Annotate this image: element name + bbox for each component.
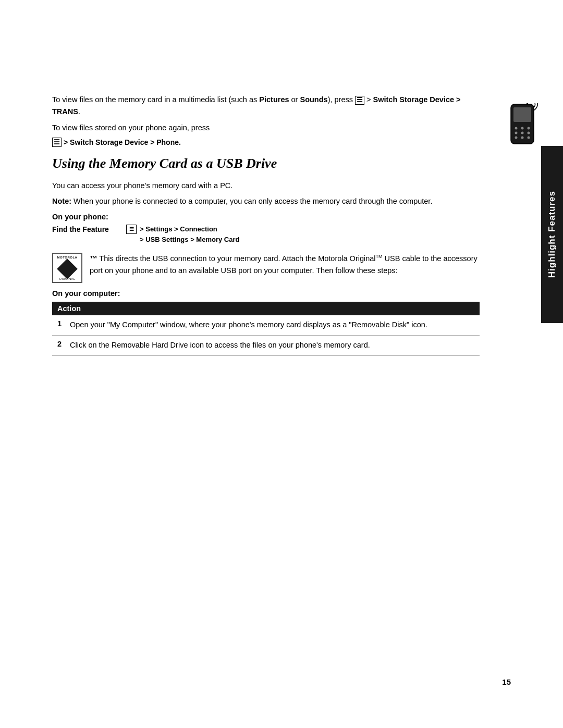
- switch-storage-phone-text: > Switch Storage Device > Phone.: [64, 138, 181, 146]
- motorola-diamond: [57, 258, 78, 279]
- sounds-text: Sounds: [300, 95, 327, 104]
- page-number: 15: [502, 677, 511, 686]
- note-text: When your phone is connected to a comput…: [71, 197, 432, 205]
- tm-superscript: TM: [376, 254, 383, 259]
- settings-connection-path: > Settings > Connection: [140, 224, 239, 235]
- switch-storage-phone-line: ☰ > Switch Storage Device > Phone.: [52, 138, 480, 147]
- menu-icon-1: ☰: [355, 96, 364, 105]
- settings-connection-text: Settings > Connection: [145, 225, 217, 233]
- phone-illustration: [505, 103, 540, 157]
- svg-point-5: [515, 132, 518, 134]
- intro-line1: To view files on the memory card in a mu…: [52, 95, 461, 116]
- on-your-computer-label: On your computer:: [52, 289, 480, 298]
- svg-rect-1: [513, 107, 531, 122]
- find-feature-label: Find the Feature: [52, 224, 120, 233]
- action-text-2: Click on the Removable Hard Drive icon t…: [68, 335, 480, 355]
- note-paragraph: Note: When your phone is connected to a …: [52, 195, 480, 207]
- svg-point-2: [515, 127, 518, 130]
- menu-icon-find: ☰: [126, 225, 137, 234]
- action-table: Action 1 Open your "My Computer" window,…: [52, 302, 480, 356]
- usb-settings-path: > USB Settings > Memory Card: [140, 235, 239, 245]
- action-num-1: 1: [52, 315, 68, 335]
- svg-point-4: [528, 127, 530, 130]
- motorola-body-text: ™ This directs the USB connection to you…: [90, 253, 480, 276]
- svg-point-8: [515, 137, 518, 139]
- intro-paragraph: To view files on the memory card in a mu…: [52, 94, 480, 118]
- motorola-logo: MOTOROLA ORIGINAL: [52, 253, 82, 283]
- tm-symbol: ™: [90, 254, 97, 263]
- pictures-text: Pictures: [259, 95, 289, 104]
- note-bold: Note:: [52, 197, 71, 205]
- svg-point-6: [521, 132, 524, 134]
- motorola-section: MOTOROLA ORIGINAL ™ This directs the USB…: [52, 253, 480, 283]
- sidebar-tab-text: Highlight Features: [547, 191, 557, 278]
- tm-note-1: This directs the USB connection to your …: [99, 254, 375, 263]
- svg-point-3: [521, 127, 524, 130]
- action-num-2: 2: [52, 335, 68, 355]
- svg-point-7: [528, 132, 530, 134]
- main-content: To view files on the memory card in a mu…: [52, 94, 480, 356]
- find-feature-row: Find the Feature ☰ > Settings > Connecti…: [52, 224, 480, 246]
- find-feature-content: ☰ > Settings > Connection > USB Settings…: [126, 224, 239, 246]
- menu-icon-2: ☰: [52, 138, 62, 147]
- page: Highlight Features T: [0, 0, 563, 728]
- body-intro: You can access your phone's memory card …: [52, 180, 480, 191]
- intro-line3: To view files stored on your phone again…: [52, 122, 480, 133]
- svg-point-9: [521, 137, 524, 139]
- table-row: 1 Open your "My Computer" window, where …: [52, 315, 480, 335]
- action-text-1: Open your "My Computer" window, where yo…: [68, 315, 480, 335]
- find-feature-path: > Settings > Connection > USB Settings >…: [140, 224, 239, 246]
- svg-point-10: [528, 137, 530, 139]
- table-row: 2 Click on the Removable Hard Drive icon…: [52, 335, 480, 355]
- chapter-title: Using the Memory Card as a USB Drive: [52, 155, 480, 172]
- sidebar-tab: Highlight Features: [541, 146, 563, 323]
- action-header: Action: [52, 302, 480, 315]
- on-your-phone-label: On your phone:: [52, 213, 480, 221]
- switch-storage-trans: Switch Storage Device > TRANS: [52, 95, 461, 116]
